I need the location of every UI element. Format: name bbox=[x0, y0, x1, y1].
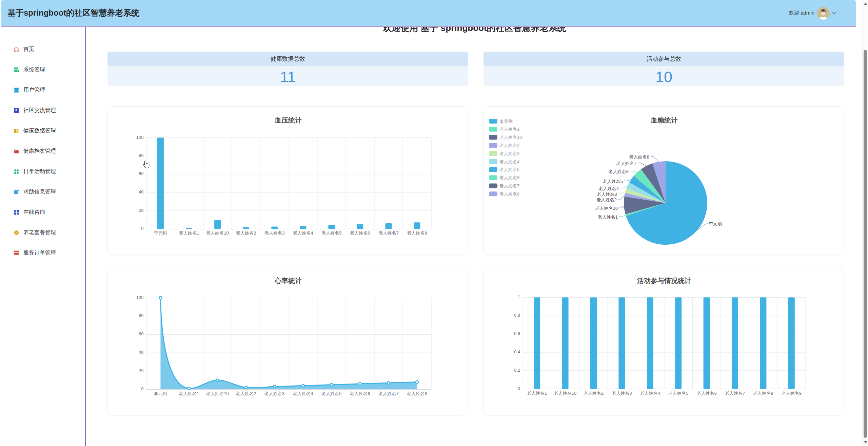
svg-text:老人姓名7: 老人姓名7 bbox=[616, 161, 636, 166]
svg-text:老人姓名6: 老人姓名6 bbox=[608, 169, 629, 174]
svg-text:40: 40 bbox=[139, 189, 143, 194]
svg-text:老人姓名7: 老人姓名7 bbox=[499, 183, 519, 188]
svg-text:老人姓名6: 老人姓名6 bbox=[350, 391, 370, 396]
svg-text:老人姓名10: 老人姓名10 bbox=[206, 230, 229, 236]
svg-text:老人姓名3: 老人姓名3 bbox=[596, 192, 617, 197]
svg-text:老人姓名4: 老人姓名4 bbox=[598, 186, 619, 191]
svg-text:0: 0 bbox=[141, 386, 143, 391]
svg-text:老人姓名1: 老人姓名1 bbox=[179, 391, 199, 396]
svg-text:老人姓名1: 老人姓名1 bbox=[597, 215, 618, 220]
svg-text:老人姓名4: 老人姓名4 bbox=[499, 159, 519, 164]
svg-text:老人姓名4: 老人姓名4 bbox=[293, 391, 313, 396]
svg-text:老人姓名10: 老人姓名10 bbox=[595, 206, 618, 211]
svg-text:老人姓名7: 老人姓名7 bbox=[725, 391, 745, 396]
svg-text:老人姓名10: 老人姓名10 bbox=[499, 135, 522, 140]
svg-text:老人姓名8: 老人姓名8 bbox=[629, 154, 649, 160]
svg-text:老人姓名8: 老人姓名8 bbox=[407, 391, 427, 396]
svg-text:80: 80 bbox=[139, 153, 143, 158]
svg-text:老人姓名2: 老人姓名2 bbox=[236, 230, 256, 236]
svg-text:老人姓名1: 老人姓名1 bbox=[527, 391, 547, 396]
svg-text:老人姓名7: 老人姓名7 bbox=[378, 391, 398, 396]
svg-text:李元刚: 李元刚 bbox=[499, 119, 513, 124]
svg-text:老人姓名8: 老人姓名8 bbox=[407, 230, 427, 236]
svg-text:老人姓名3: 老人姓名3 bbox=[611, 391, 632, 396]
svg-text:老人姓名5: 老人姓名5 bbox=[603, 179, 623, 184]
svg-text:心率统计: 心率统计 bbox=[274, 277, 302, 284]
svg-text:老人姓名9: 老人姓名9 bbox=[781, 391, 802, 396]
svg-text:老人姓名2: 老人姓名2 bbox=[583, 391, 604, 396]
svg-text:老人姓名2: 老人姓名2 bbox=[596, 197, 617, 202]
svg-text:血糖统计: 血糖统计 bbox=[650, 116, 678, 124]
svg-text:老人姓名6: 老人姓名6 bbox=[350, 230, 370, 236]
svg-text:20: 20 bbox=[139, 208, 143, 213]
svg-text:60: 60 bbox=[139, 171, 143, 176]
svg-text:0.8: 0.8 bbox=[514, 313, 520, 318]
svg-text:0.2: 0.2 bbox=[514, 368, 520, 373]
svg-text:20: 20 bbox=[139, 368, 143, 373]
svg-text:100: 100 bbox=[136, 135, 144, 140]
svg-text:老人姓名1: 老人姓名1 bbox=[499, 127, 519, 132]
svg-text:80: 80 bbox=[139, 313, 143, 318]
svg-text:老人姓名10: 老人姓名10 bbox=[206, 391, 229, 396]
svg-text:老人姓名2: 老人姓名2 bbox=[236, 391, 256, 396]
svg-text:老人姓名5: 老人姓名5 bbox=[499, 167, 519, 172]
svg-text:老人姓名5: 老人姓名5 bbox=[321, 230, 341, 236]
svg-text:老人姓名4: 老人姓名4 bbox=[640, 391, 660, 396]
svg-text:老人姓名4: 老人姓名4 bbox=[293, 230, 313, 236]
svg-text:老人姓名6: 老人姓名6 bbox=[499, 175, 519, 180]
svg-text:老人姓名2: 老人姓名2 bbox=[499, 143, 519, 148]
svg-text:老人姓名6: 老人姓名6 bbox=[696, 391, 716, 396]
svg-text:李元刚: 李元刚 bbox=[154, 230, 167, 236]
svg-text:李元刚: 李元刚 bbox=[709, 221, 722, 226]
svg-text:老人姓名8: 老人姓名8 bbox=[753, 391, 773, 396]
svg-text:活动参与情况统计: 活动参与情况统计 bbox=[637, 277, 691, 284]
svg-text:老人姓名3: 老人姓名3 bbox=[264, 391, 284, 396]
svg-text:老人姓名3: 老人姓名3 bbox=[499, 151, 519, 156]
svg-text:老人姓名8: 老人姓名8 bbox=[499, 191, 519, 197]
svg-text:60: 60 bbox=[139, 331, 143, 336]
svg-text:100: 100 bbox=[136, 295, 144, 300]
svg-text:40: 40 bbox=[139, 350, 143, 355]
svg-text:老人姓名10: 老人姓名10 bbox=[554, 391, 576, 396]
svg-text:老人姓名5: 老人姓名5 bbox=[668, 391, 688, 396]
svg-text:老人姓名3: 老人姓名3 bbox=[264, 230, 284, 236]
svg-text:李元刚: 李元刚 bbox=[154, 391, 167, 396]
svg-text:老人姓名1: 老人姓名1 bbox=[179, 230, 199, 236]
svg-text:0: 0 bbox=[518, 386, 520, 391]
svg-text:0.4: 0.4 bbox=[514, 349, 520, 354]
svg-text:血压统计: 血压统计 bbox=[274, 116, 302, 124]
svg-text:0: 0 bbox=[141, 226, 143, 231]
svg-text:老人姓名5: 老人姓名5 bbox=[321, 391, 341, 396]
svg-text:1: 1 bbox=[518, 294, 520, 299]
svg-text:老人姓名7: 老人姓名7 bbox=[378, 230, 398, 236]
svg-text:0.6: 0.6 bbox=[514, 331, 520, 336]
